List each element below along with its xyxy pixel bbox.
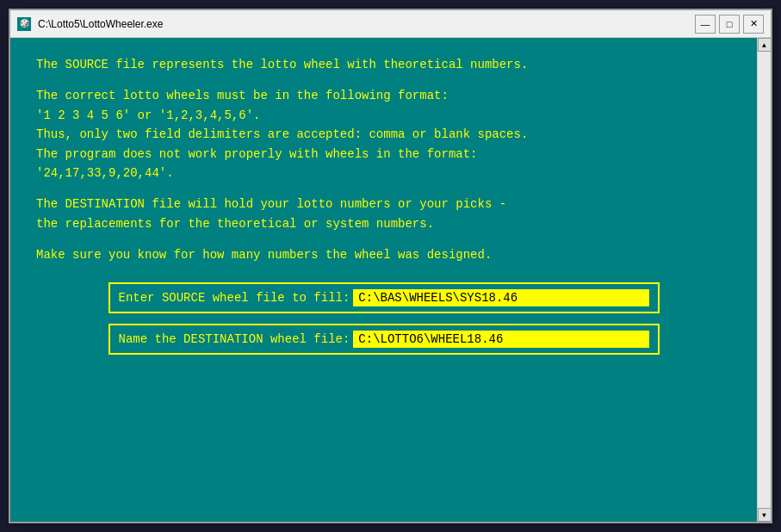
scroll-down-button[interactable]: ▼ (758, 508, 772, 522)
scrollbar: ▲ ▼ (757, 38, 771, 522)
source-input[interactable] (353, 289, 648, 306)
text-line-5: Thus, only two field delimiters are acce… (36, 125, 731, 144)
dest-input-row: Name the DESTINATION wheel file: (108, 324, 660, 355)
scroll-up-button[interactable]: ▲ (758, 38, 772, 52)
window-title: C:\Lotto5\LottoWheeler.exe (38, 18, 695, 30)
text-line-1: The SOURCE file represents the lotto whe… (36, 55, 731, 74)
text-line-7: '24,17,33,9,20,44'. (36, 164, 731, 182)
text-line-3: The correct lotto wheels must be in the … (36, 86, 731, 105)
text-line-6: The program does not work properly with … (36, 145, 731, 164)
text-line-10: the replacements for the theoretical or … (36, 214, 731, 233)
text-line-12: Make sure you know for how many numbers … (36, 245, 731, 264)
app-window: 🎲 C:\Lotto5\LottoWheeler.exe — □ ✕ The S… (9, 9, 772, 523)
title-bar: 🎲 C:\Lotto5\LottoWheeler.exe — □ ✕ (10, 10, 771, 38)
source-label: Enter SOURCE wheel file to fill: (119, 291, 350, 305)
close-button[interactable]: ✕ (743, 15, 764, 34)
minimize-button[interactable]: — (695, 15, 716, 34)
scroll-track[interactable] (758, 52, 771, 508)
source-input-row: Enter SOURCE wheel file to fill: (108, 282, 660, 313)
text-line-4: '1 2 3 4 5 6' or '1,2,3,4,5,6'. (36, 106, 731, 125)
dest-label: Name the DESTINATION wheel file: (119, 332, 350, 346)
app-icon: 🎲 (17, 17, 31, 31)
main-content: The SOURCE file represents the lotto whe… (10, 38, 757, 522)
maximize-button[interactable]: □ (719, 15, 740, 34)
window-body: The SOURCE file represents the lotto whe… (10, 38, 771, 522)
input-section: Enter SOURCE wheel file to fill: Name th… (36, 282, 731, 355)
dest-input[interactable] (353, 331, 648, 348)
window-controls: — □ ✕ (695, 15, 764, 34)
text-line-9: The DESTINATION file will hold your lott… (36, 195, 731, 213)
